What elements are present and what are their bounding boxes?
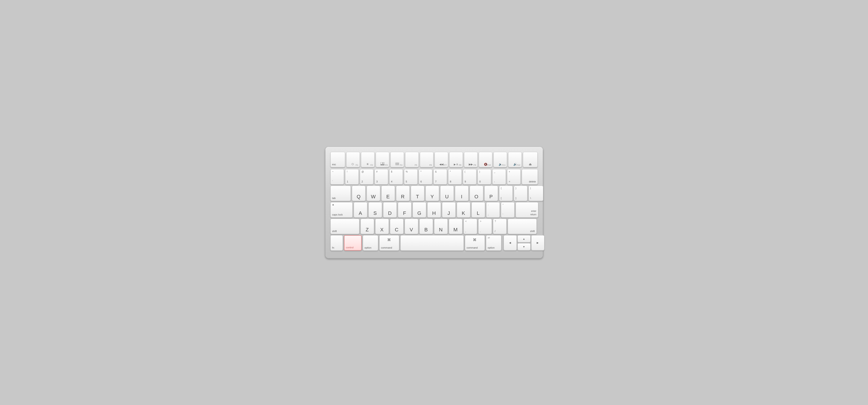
key-j[interactable]: J: [442, 202, 456, 218]
key-control[interactable]: control: [344, 235, 362, 251]
key-f[interactable]: F: [398, 202, 411, 218]
key-minus[interactable]: _ -: [492, 169, 506, 185]
key-arrow-right[interactable]: ▶: [531, 235, 545, 250]
key-h[interactable]: H: [427, 202, 441, 218]
key-v[interactable]: V: [405, 219, 418, 234]
key-tilde[interactable]: ~ `: [331, 169, 344, 185]
n-letter: N: [436, 227, 446, 232]
key-i[interactable]: I: [455, 186, 468, 201]
key0-top: ): [479, 170, 480, 173]
key-arrow-down[interactable]: ▼: [518, 243, 531, 250]
key-4[interactable]: $ 4: [389, 169, 403, 185]
period-bottom: .: [480, 230, 481, 233]
key-u[interactable]: U: [440, 186, 454, 201]
key-eject[interactable]: ⏏: [523, 152, 537, 167]
svg-rect-0: [380, 162, 383, 164]
key-p[interactable]: P: [485, 186, 498, 201]
key-shift-right[interactable]: shift: [508, 219, 537, 234]
key-w[interactable]: W: [367, 186, 380, 201]
zxcv-key-row: shift Z X C V B N M < , > .: [331, 219, 538, 234]
key5-bottom: 5: [406, 180, 407, 183]
minus-top: _: [494, 170, 495, 173]
key-arrow-left[interactable]: ◀: [504, 235, 517, 250]
key-k[interactable]: K: [457, 202, 470, 218]
period-top: >: [480, 220, 482, 222]
key-option-left[interactable]: option: [363, 235, 378, 251]
key-5[interactable]: % 5: [404, 169, 417, 185]
key-space[interactable]: [400, 235, 464, 251]
key-f9[interactable]: ▶▶ F9: [464, 152, 477, 167]
key-6[interactable]: ^ 6: [419, 169, 432, 185]
key-l[interactable]: L: [471, 202, 485, 218]
a-letter: A: [355, 211, 366, 216]
key-x[interactable]: X: [375, 219, 389, 234]
arrow-down-icon: ▼: [523, 245, 525, 248]
key-f5[interactable]: F5: [405, 152, 419, 167]
key-g[interactable]: G: [412, 202, 426, 218]
key-d[interactable]: D: [383, 202, 397, 218]
key-option-right[interactable]: alt option: [486, 235, 501, 251]
key9-top: (: [465, 170, 465, 173]
key-s[interactable]: S: [368, 202, 382, 218]
key-f10[interactable]: 🔇 F10: [479, 152, 492, 167]
key-f2[interactable]: ☀ F2: [361, 152, 375, 167]
key-fn[interactable]: fn: [331, 235, 343, 251]
key-shift-left[interactable]: shift: [331, 219, 360, 234]
key-y[interactable]: Y: [426, 186, 439, 201]
key-8[interactable]: * 8: [448, 169, 462, 185]
key-tab[interactable]: tab: [331, 186, 351, 201]
key-semicolon[interactable]: : ;: [486, 202, 500, 218]
key-slash[interactable]: ? /: [493, 219, 506, 234]
enter-label: enterreturn: [518, 209, 536, 216]
f8-label: F8: [459, 164, 461, 166]
key-caps-lock[interactable]: caps lock: [331, 202, 352, 218]
command-right-label: command: [467, 246, 478, 249]
key-command-right[interactable]: ⌘ command: [465, 235, 485, 251]
key-f1[interactable]: 🌣 F1: [346, 152, 360, 167]
key-f4[interactable]: F4: [391, 152, 404, 167]
key-period[interactable]: > .: [478, 219, 492, 234]
key-f3[interactable]: F3: [376, 152, 389, 167]
keyboard: esc 🌣 F1 ☀ F2 F3 F4 F5 F6 ◀◀: [326, 147, 543, 258]
key-b[interactable]: B: [420, 219, 433, 234]
arrow-cluster: ◀ ▲ ▼ ▶: [504, 235, 545, 251]
key-n[interactable]: N: [434, 219, 448, 234]
key-c[interactable]: C: [390, 219, 404, 234]
w-letter: W: [368, 194, 378, 199]
key-comma[interactable]: < ,: [464, 219, 477, 234]
key-arrow-up[interactable]: ▲: [518, 235, 531, 243]
key-enter[interactable]: enterreturn: [516, 202, 538, 218]
key-7[interactable]: & 7: [433, 169, 447, 185]
key-q[interactable]: Q: [352, 186, 366, 201]
t-letter: T: [412, 194, 423, 199]
key-1[interactable]: ! 1: [345, 169, 359, 185]
y-letter: Y: [427, 194, 437, 199]
key-0[interactable]: ) 0: [477, 169, 491, 185]
key-3[interactable]: # 3: [375, 169, 388, 185]
key-lbracket[interactable]: { [: [499, 186, 513, 201]
key-f12[interactable]: 🔊 F12: [508, 152, 522, 167]
key-f7[interactable]: ◀◀ F7: [435, 152, 448, 167]
key-9[interactable]: ( 9: [463, 169, 476, 185]
key-z[interactable]: Z: [361, 219, 374, 234]
key-a[interactable]: A: [354, 202, 367, 218]
key-f8[interactable]: ▶⏸ F8: [449, 152, 463, 167]
rbracket-bottom: ]: [516, 197, 516, 200]
key-o[interactable]: O: [470, 186, 483, 201]
f5-label: F5: [415, 164, 417, 166]
key-f11[interactable]: 🔉 F11: [493, 152, 507, 167]
key-quote[interactable]: " ': [501, 202, 515, 218]
key-equals[interactable]: + =: [507, 169, 521, 185]
key-delete[interactable]: delete: [522, 169, 538, 185]
key-f6[interactable]: F6: [420, 152, 433, 167]
key-t[interactable]: T: [411, 186, 424, 201]
key-backslash[interactable]: | \: [529, 186, 543, 201]
key-rbracket[interactable]: } ]: [514, 186, 527, 201]
e-letter: E: [383, 194, 393, 199]
key-r[interactable]: R: [396, 186, 410, 201]
key-esc[interactable]: esc: [331, 152, 345, 167]
key-m[interactable]: M: [449, 219, 462, 234]
key-e[interactable]: E: [381, 186, 395, 201]
key-2[interactable]: @ 2: [360, 169, 373, 185]
key-command-left[interactable]: ⌘ command: [379, 235, 399, 251]
